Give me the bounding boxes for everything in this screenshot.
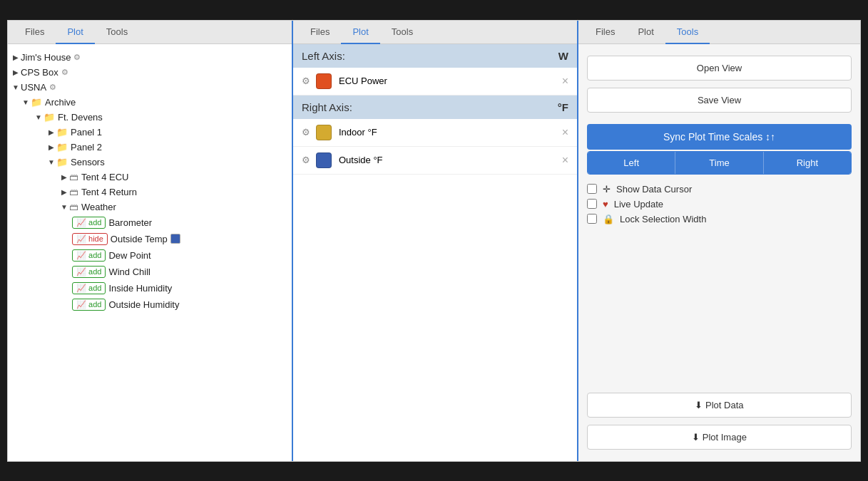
tree-item-dew-point: 📈 add Dew Point — [8, 247, 292, 264]
tree-arrow: ▶ — [11, 68, 21, 76]
file-tree: ▶ Jim's House ⚙ ▶ CPS Box ⚙ ▼ USNA ⚙ — [8, 44, 292, 461]
tree-item-cps-box[interactable]: ▶ CPS Box ⚙ — [8, 65, 292, 80]
left-toggle-button[interactable]: Left — [588, 152, 675, 174]
gear-icon[interactable]: ⚙ — [73, 53, 81, 62]
left-tab-bar: Files Plot Tools — [8, 21, 292, 44]
plot-image-button[interactable]: ⬇ Plot Image — [587, 425, 852, 450]
right-tab-files[interactable]: Files — [584, 21, 626, 44]
add-badge-dew-point[interactable]: 📈 add — [72, 249, 106, 262]
right-tab-plot[interactable]: Plot — [626, 21, 665, 44]
axis-item-label: ECU Power — [339, 76, 387, 86]
middle-tab-plot[interactable]: Plot — [341, 21, 379, 44]
tree-label: USNA — [21, 82, 46, 93]
tree-arrow: ▶ — [46, 128, 56, 136]
tree-item-ft-devens[interactable]: ▼ 📁 Ft. Devens — [8, 110, 292, 125]
tree-item-panel2[interactable]: ▶ 📁 Panel 2 — [8, 140, 292, 155]
plot-content: Left Axis: W ⚙ ECU Power × Right Axis: °… — [293, 44, 577, 461]
gear-icon[interactable]: ⚙ — [49, 83, 56, 92]
lock-selection-checkbox[interactable] — [587, 214, 597, 224]
three-panel-layout: Files Plot Tools ▶ Jim's House ⚙ ▶ CPS B… — [7, 20, 861, 462]
axis-item-label: Indoor °F — [339, 127, 377, 138]
app-container: Files Plot Tools ▶ Jim's House ⚙ ▶ CPS B… — [0, 0, 868, 481]
show-data-cursor-checkbox[interactable] — [587, 184, 597, 194]
left-tab-tools[interactable]: Tools — [95, 21, 139, 44]
tree-item-sensors[interactable]: ▼ 📁 Sensors — [8, 155, 292, 170]
tree-label: Dew Point — [108, 250, 150, 261]
right-axis-label: Right Axis: — [302, 101, 352, 113]
open-view-button[interactable]: Open View — [587, 56, 852, 81]
tree-label: Outside Temp — [111, 234, 168, 244]
left-tab-files[interactable]: Files — [14, 21, 56, 44]
tree-item-inside-humidity: 📈 add Inside Humidity — [8, 280, 292, 296]
remove-outside-f-button[interactable]: × — [562, 154, 568, 167]
tree-item-usna[interactable]: ▼ USNA ⚙ — [8, 80, 292, 95]
sync-plot-button[interactable]: Sync Plot Time Scales ↕↑ — [587, 124, 852, 150]
tree-item-outside-humidity: 📈 add Outside Humidity — [8, 296, 292, 313]
tree-label: CPS Box — [21, 67, 58, 78]
tree-item-archive[interactable]: ▼ 📁 Archive — [8, 95, 292, 110]
tree-label: Jim's House — [21, 52, 71, 63]
remove-ecu-power-button[interactable]: × — [562, 75, 568, 88]
tree-arrow: ▼ — [11, 83, 21, 91]
save-view-button[interactable]: Save View — [587, 88, 852, 113]
spacer — [587, 234, 852, 386]
tree-arrow: ▼ — [59, 203, 69, 211]
add-badge-inside-humidity[interactable]: 📈 add — [72, 282, 106, 294]
hide-badge-outside-temp[interactable]: 📈 hide — [72, 233, 108, 245]
tree-item-tent4-return[interactable]: ▶ 🗃 Tent 4 Return — [8, 185, 292, 200]
remove-indoor-f-button[interactable]: × — [562, 126, 568, 139]
tree-arrow: ▼ — [21, 98, 31, 106]
color-swatch-indoor-f — [316, 125, 332, 140]
settings-gear-icon[interactable]: ⚙ — [302, 127, 310, 138]
tree-label: Ft. Devens — [58, 112, 103, 123]
tree-item-outside-temp: 📈 hide Outside Temp — [8, 231, 292, 247]
gear-icon[interactable]: ⚙ — [61, 68, 68, 77]
sync-plot-label: Sync Plot Time Scales ↕↑ — [663, 131, 775, 143]
tree-item-tent4-ecu[interactable]: ▶ 🗃 Tent 4 ECU — [8, 170, 292, 185]
left-axis-section: Left Axis: W ⚙ ECU Power × — [293, 44, 577, 95]
heart-icon: ♥ — [603, 199, 608, 210]
axis-toggle-group: Left Time Right — [587, 151, 852, 175]
color-swatch-ecu-power — [316, 73, 332, 89]
tree-item-weather[interactable]: ▼ 🗃 Weather — [8, 200, 292, 214]
tree-label: Panel 2 — [71, 142, 102, 152]
add-badge-outside-humidity[interactable]: 📈 add — [72, 299, 106, 311]
tree-label: Wind Chill — [108, 267, 150, 277]
folder-icon: 📁 — [31, 97, 42, 108]
settings-gear-icon[interactable]: ⚙ — [302, 76, 310, 86]
sync-section: Sync Plot Time Scales ↕↑ Left Time Right — [587, 124, 852, 175]
live-update-label: Live Update — [614, 199, 663, 210]
checkbox-section: ✛ Show Data Cursor ♥ Live Update 🔒 Lock … — [587, 182, 852, 227]
left-tab-plot[interactable]: Plot — [56, 21, 94, 44]
tree-item-panel1[interactable]: ▶ 📁 Panel 1 — [8, 125, 292, 140]
axis-row-outside-f: ⚙ Outside °F × — [293, 147, 577, 175]
tree-label: Sensors — [71, 157, 105, 167]
tree-arrow: ▶ — [59, 188, 69, 196]
right-tab-tools[interactable]: Tools — [665, 21, 710, 44]
show-data-cursor-row: ✛ Show Data Cursor — [587, 182, 852, 197]
axis-item-label: Outside °F — [339, 155, 383, 165]
add-badge-barometer[interactable]: 📈 add — [72, 217, 106, 229]
right-panel: Files Plot Tools Open View Save View Syn… — [578, 21, 860, 461]
tree-item-wind-chill: 📈 add Wind Chill — [8, 264, 292, 280]
lock-selection-label: Lock Selection Width — [620, 214, 706, 224]
time-toggle-button[interactable]: Time — [675, 152, 763, 174]
middle-panel: Files Plot Tools Left Axis: W ⚙ ECU Powe… — [293, 21, 578, 461]
right-axis-header: Right Axis: °F — [293, 95, 577, 119]
middle-tab-files[interactable]: Files — [299, 21, 341, 44]
tree-item-jims-house[interactable]: ▶ Jim's House ⚙ — [8, 50, 292, 65]
plot-data-button[interactable]: ⬇ Plot Data — [587, 393, 852, 418]
tree-arrow: ▶ — [59, 173, 69, 181]
tree-label: Tent 4 Return — [81, 187, 137, 197]
right-axis-section: Right Axis: °F ⚙ Indoor °F × ⚙ Outside °… — [293, 95, 577, 175]
middle-tab-tools[interactable]: Tools — [380, 21, 424, 44]
show-data-cursor-label: Show Data Cursor — [616, 184, 692, 195]
right-toggle-button[interactable]: Right — [764, 152, 851, 174]
tree-label: Tent 4 ECU — [81, 172, 128, 182]
add-badge-wind-chill[interactable]: 📈 add — [72, 266, 106, 278]
tree-label: Archive — [45, 97, 76, 108]
live-update-checkbox[interactable] — [587, 199, 597, 209]
left-axis-header: Left Axis: W — [293, 44, 577, 68]
settings-gear-icon[interactable]: ⚙ — [302, 155, 310, 165]
left-axis-unit: W — [558, 50, 568, 62]
